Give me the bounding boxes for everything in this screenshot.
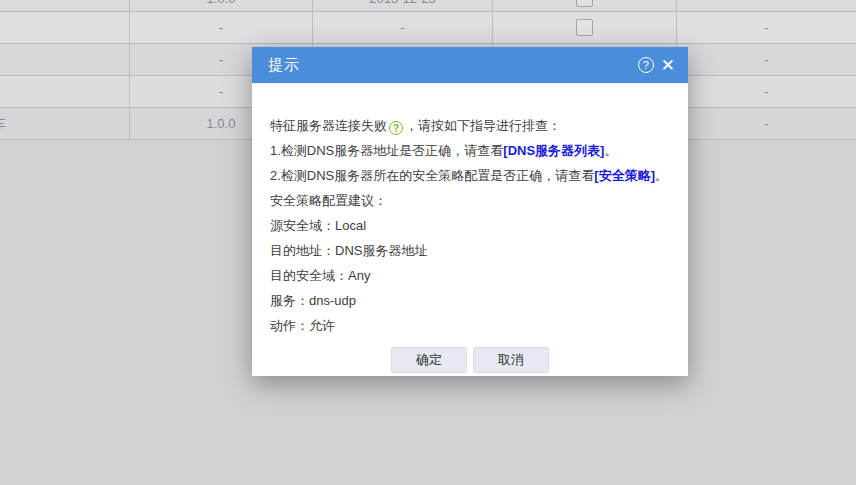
cell-value: 2013-12-25: [369, 0, 436, 11]
dialog-body: 特征服务器连接失败?，请按如下指导进行排查： 1.检测DNS服务器地址是否正确，…: [252, 83, 688, 376]
table-cell: -: [677, 12, 856, 43]
table-cell: -: [313, 12, 493, 43]
step1-line: 1.检测DNS服务器地址是否正确，请查看[DNS服务器列表]。: [270, 138, 670, 163]
table-cell: -: [677, 44, 856, 75]
row-checkbox[interactable]: [576, 0, 593, 7]
dialog-header: 提示 ? ✕: [252, 47, 688, 83]
cell-value: -: [764, 84, 768, 99]
cell-value: 车: [0, 115, 6, 133]
table-cell: [493, 12, 677, 43]
table-cell: [493, 0, 677, 11]
suggestion-source-zone: 源安全域：Local: [270, 213, 670, 238]
cell-value: 1.0.0: [207, 116, 236, 131]
intro-text: 特征服务器连接失败: [270, 118, 387, 133]
table-cell: 车: [0, 108, 130, 139]
dialog-button-row: 确定 取消: [270, 347, 670, 373]
help-icon[interactable]: ?: [638, 57, 654, 73]
cell-value: -: [764, 20, 768, 35]
table-cell: -: [130, 12, 313, 43]
row-checkbox[interactable]: [576, 19, 593, 36]
table-row: 1.0.0 2013-12-25: [0, 0, 856, 12]
suggestion-dest-address: 目的地址：DNS服务器地址: [270, 238, 670, 263]
cell-value: -: [764, 116, 768, 131]
cancel-button[interactable]: 取消: [473, 347, 549, 373]
step2-text: 2.检测DNS服务器所在的安全策略配置是否正确，请查看: [270, 168, 594, 183]
close-icon[interactable]: ✕: [661, 57, 675, 74]
notice-dialog: 提示 ? ✕ 特征服务器连接失败?，请按如下指导进行排查： 1.检测DNS服务器…: [252, 47, 688, 376]
security-policy-link[interactable]: [安全策略]: [594, 168, 655, 183]
table-cell: [0, 0, 130, 11]
suggestion-dest-zone: 目的安全域：Any: [270, 263, 670, 288]
step1-text: 1.检测DNS服务器地址是否正确，请查看: [270, 143, 503, 158]
table-row: - - -: [0, 12, 856, 44]
dialog-header-icons: ? ✕: [638, 57, 675, 74]
cell-value: -: [219, 20, 223, 35]
suggestion-heading: 安全策略配置建议：: [270, 188, 670, 213]
suggestion-service: 服务：dns-udp: [270, 288, 670, 313]
step2-line: 2.检测DNS服务器所在的安全策略配置是否正确，请查看[安全策略]。: [270, 163, 670, 188]
table-cell: 1.0.0: [130, 0, 313, 11]
cell-value: -: [219, 52, 223, 67]
intro-text-suffix: ，请按如下指导进行排查：: [405, 118, 561, 133]
step1-period: 。: [604, 143, 617, 158]
table-cell: 2013-12-25: [313, 0, 493, 11]
cell-value: -: [400, 20, 404, 35]
table-cell: [0, 76, 130, 107]
dialog-title: 提示: [268, 56, 300, 75]
intro-line: 特征服务器连接失败?，请按如下指导进行排查：: [270, 113, 670, 138]
app-screen: 1.0.0 2013-12-25 - - - - - - - 车: [0, 0, 856, 485]
table-cell: [677, 0, 856, 11]
table-cell: -: [677, 76, 856, 107]
dns-server-list-link[interactable]: [DNS服务器列表]: [503, 143, 604, 158]
cell-value: 1.0.0: [207, 0, 236, 11]
suggestion-action: 动作：允许: [270, 313, 670, 338]
table-cell: [0, 44, 130, 75]
cell-value: -: [219, 84, 223, 99]
ok-button[interactable]: 确定: [391, 347, 467, 373]
inline-help-icon[interactable]: ?: [389, 121, 403, 135]
step2-period: 。: [655, 168, 668, 183]
table-cell: [0, 12, 130, 43]
cell-value: -: [764, 52, 768, 67]
table-cell: -: [677, 108, 856, 139]
